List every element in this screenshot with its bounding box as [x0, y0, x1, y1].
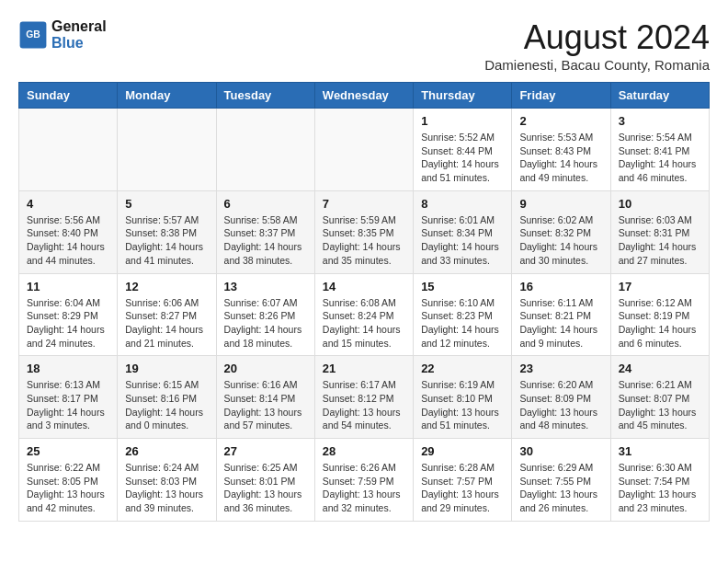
day-number: 19 — [125, 362, 208, 375]
day-number: 30 — [519, 444, 602, 458]
header-thursday: Thursday — [414, 83, 512, 109]
header-saturday: Saturday — [610, 83, 709, 109]
day-number: 27 — [224, 444, 307, 458]
day-info: Sunrise: 6:12 AM Sunset: 8:19 PM Dayligh… — [619, 296, 701, 350]
day-info: Sunrise: 6:29 AM Sunset: 7:55 PM Dayligh… — [519, 461, 602, 515]
day-info: Sunrise: 6:10 AM Sunset: 8:23 PM Dayligh… — [421, 296, 504, 350]
header-sunday: Sunday — [19, 83, 118, 109]
day-number: 4 — [27, 197, 109, 211]
day-number: 10 — [619, 197, 701, 211]
day-info: Sunrise: 6:01 AM Sunset: 8:34 PM Dayligh… — [421, 213, 504, 268]
day-info: Sunrise: 5:57 AM Sunset: 8:38 PM Dayligh… — [125, 213, 208, 268]
calendar-week-2: 11Sunrise: 6:04 AM Sunset: 8:29 PM Dayli… — [19, 273, 710, 356]
calendar-cell: 30Sunrise: 6:29 AM Sunset: 7:55 PM Dayli… — [512, 439, 610, 522]
calendar-table: Sunday Monday Tuesday Wednesday Thursday… — [18, 82, 710, 522]
logo-text: General Blue — [51, 18, 107, 52]
day-info: Sunrise: 6:17 AM Sunset: 8:12 PM Dayligh… — [323, 378, 405, 432]
day-info: Sunrise: 6:20 AM Sunset: 8:09 PM Dayligh… — [519, 378, 602, 432]
day-number: 20 — [224, 362, 307, 375]
day-info: Sunrise: 6:15 AM Sunset: 8:16 PM Dayligh… — [125, 378, 208, 432]
calendar-cell: 26Sunrise: 6:24 AM Sunset: 8:03 PM Dayli… — [118, 439, 216, 522]
calendar-cell: 13Sunrise: 6:07 AM Sunset: 8:26 PM Dayli… — [216, 273, 314, 356]
calendar-cell: 1Sunrise: 5:52 AM Sunset: 8:44 PM Daylig… — [414, 109, 512, 191]
calendar-cell: 6Sunrise: 5:58 AM Sunset: 8:37 PM Daylig… — [216, 190, 314, 273]
calendar-week-1: 4Sunrise: 5:56 AM Sunset: 8:40 PM Daylig… — [19, 190, 710, 273]
day-number: 6 — [224, 197, 307, 211]
day-number: 24 — [619, 362, 701, 375]
day-info: Sunrise: 6:24 AM Sunset: 8:03 PM Dayligh… — [125, 461, 208, 515]
day-info: Sunrise: 5:56 AM Sunset: 8:40 PM Dayligh… — [27, 213, 109, 268]
logo: GB General Blue — [18, 18, 107, 52]
day-info: Sunrise: 6:21 AM Sunset: 8:07 PM Dayligh… — [619, 378, 701, 432]
day-number: 16 — [519, 280, 602, 293]
day-info: Sunrise: 5:53 AM Sunset: 8:43 PM Dayligh… — [519, 131, 602, 185]
calendar-cell — [19, 109, 118, 191]
calendar-cell: 23Sunrise: 6:20 AM Sunset: 8:09 PM Dayli… — [512, 356, 610, 439]
day-number: 22 — [421, 362, 504, 375]
calendar-cell: 28Sunrise: 6:26 AM Sunset: 7:59 PM Dayli… — [314, 439, 413, 522]
calendar-week-4: 25Sunrise: 6:22 AM Sunset: 8:05 PM Dayli… — [19, 439, 710, 522]
calendar-cell — [216, 109, 314, 191]
calendar-cell: 27Sunrise: 6:25 AM Sunset: 8:01 PM Dayli… — [216, 439, 314, 522]
calendar-cell: 18Sunrise: 6:13 AM Sunset: 8:17 PM Dayli… — [19, 356, 118, 439]
day-info: Sunrise: 5:54 AM Sunset: 8:41 PM Dayligh… — [619, 131, 701, 185]
day-number: 2 — [519, 114, 602, 128]
day-number: 9 — [519, 197, 602, 211]
calendar-cell: 15Sunrise: 6:10 AM Sunset: 8:23 PM Dayli… — [414, 273, 512, 356]
header-wednesday: Wednesday — [314, 83, 413, 109]
header-monday: Monday — [118, 83, 216, 109]
calendar-cell — [118, 109, 216, 191]
calendar-cell: 29Sunrise: 6:28 AM Sunset: 7:57 PM Dayli… — [414, 439, 512, 522]
day-info: Sunrise: 6:28 AM Sunset: 7:57 PM Dayligh… — [421, 461, 504, 515]
calendar-week-0: 1Sunrise: 5:52 AM Sunset: 8:44 PM Daylig… — [19, 109, 710, 191]
calendar-cell: 12Sunrise: 6:06 AM Sunset: 8:27 PM Dayli… — [118, 273, 216, 356]
calendar-cell: 16Sunrise: 6:11 AM Sunset: 8:21 PM Dayli… — [512, 273, 610, 356]
calendar-cell: 19Sunrise: 6:15 AM Sunset: 8:16 PM Dayli… — [118, 356, 216, 439]
day-number: 14 — [323, 280, 405, 293]
calendar-cell: 5Sunrise: 5:57 AM Sunset: 8:38 PM Daylig… — [118, 190, 216, 273]
day-info: Sunrise: 6:30 AM Sunset: 7:54 PM Dayligh… — [619, 461, 701, 515]
day-number: 28 — [323, 444, 405, 458]
location: Damienesti, Bacau County, Romania — [484, 57, 710, 73]
calendar-week-3: 18Sunrise: 6:13 AM Sunset: 8:17 PM Dayli… — [19, 356, 710, 439]
calendar-cell: 31Sunrise: 6:30 AM Sunset: 7:54 PM Dayli… — [610, 439, 709, 522]
calendar-cell: 14Sunrise: 6:08 AM Sunset: 8:24 PM Dayli… — [314, 273, 413, 356]
day-number: 1 — [421, 114, 504, 128]
day-info: Sunrise: 6:08 AM Sunset: 8:24 PM Dayligh… — [323, 296, 405, 350]
calendar-cell: 11Sunrise: 6:04 AM Sunset: 8:29 PM Dayli… — [19, 273, 118, 356]
svg-text:GB: GB — [26, 29, 40, 40]
day-info: Sunrise: 6:04 AM Sunset: 8:29 PM Dayligh… — [27, 296, 109, 350]
calendar-cell: 8Sunrise: 6:01 AM Sunset: 8:34 PM Daylig… — [414, 190, 512, 273]
day-number: 7 — [323, 197, 405, 211]
day-number: 23 — [519, 362, 602, 375]
day-info: Sunrise: 5:52 AM Sunset: 8:44 PM Dayligh… — [421, 131, 504, 185]
day-info: Sunrise: 6:19 AM Sunset: 8:10 PM Dayligh… — [421, 378, 504, 432]
day-info: Sunrise: 6:13 AM Sunset: 8:17 PM Dayligh… — [27, 378, 109, 432]
day-info: Sunrise: 5:58 AM Sunset: 8:37 PM Dayligh… — [224, 213, 307, 268]
day-number: 26 — [125, 444, 208, 458]
day-number: 13 — [224, 280, 307, 293]
day-info: Sunrise: 6:02 AM Sunset: 8:32 PM Dayligh… — [519, 213, 602, 268]
calendar-cell — [314, 109, 413, 191]
day-number: 18 — [27, 362, 109, 375]
day-number: 8 — [421, 197, 504, 211]
day-info: Sunrise: 5:59 AM Sunset: 8:35 PM Dayligh… — [323, 213, 405, 268]
day-info: Sunrise: 6:16 AM Sunset: 8:14 PM Dayligh… — [224, 378, 307, 432]
logo-icon: GB — [18, 20, 48, 50]
calendar-cell: 20Sunrise: 6:16 AM Sunset: 8:14 PM Dayli… — [216, 356, 314, 439]
header-tuesday: Tuesday — [216, 83, 314, 109]
day-info: Sunrise: 6:07 AM Sunset: 8:26 PM Dayligh… — [224, 296, 307, 350]
calendar-cell: 7Sunrise: 5:59 AM Sunset: 8:35 PM Daylig… — [314, 190, 413, 273]
day-number: 25 — [27, 444, 109, 458]
day-info: Sunrise: 6:22 AM Sunset: 8:05 PM Dayligh… — [27, 461, 109, 515]
calendar-cell: 21Sunrise: 6:17 AM Sunset: 8:12 PM Dayli… — [314, 356, 413, 439]
calendar-cell: 25Sunrise: 6:22 AM Sunset: 8:05 PM Dayli… — [19, 439, 118, 522]
day-number: 31 — [619, 444, 701, 458]
calendar-cell: 24Sunrise: 6:21 AM Sunset: 8:07 PM Dayli… — [610, 356, 709, 439]
weekday-header-row: Sunday Monday Tuesday Wednesday Thursday… — [19, 83, 710, 109]
day-info: Sunrise: 6:25 AM Sunset: 8:01 PM Dayligh… — [224, 461, 307, 515]
day-info: Sunrise: 6:26 AM Sunset: 7:59 PM Dayligh… — [323, 461, 405, 515]
calendar-cell: 3Sunrise: 5:54 AM Sunset: 8:41 PM Daylig… — [610, 109, 709, 191]
title-block: August 2024 Damienesti, Bacau County, Ro… — [484, 18, 710, 73]
page-header: GB General Blue August 2024 Damienesti, … — [18, 18, 710, 73]
